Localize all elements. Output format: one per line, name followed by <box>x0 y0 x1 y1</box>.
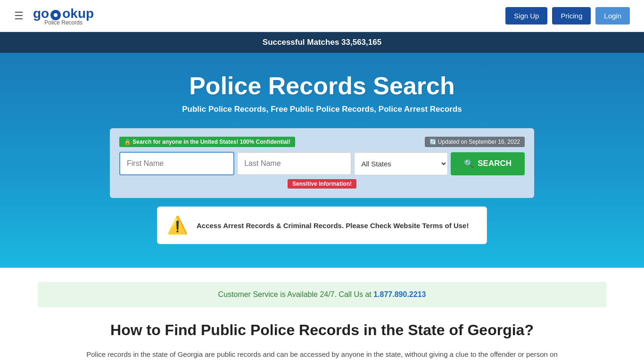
search-container: 🔒 Search for anyone in the United States… <box>110 128 534 198</box>
warning-text: Access Arrest Records & Criminal Records… <box>197 222 469 230</box>
customer-service-bar: Customer Service is Available 24/7. Call… <box>38 282 606 307</box>
state-select[interactable]: All States Alabama Alaska Arizona Arkans… <box>354 152 448 175</box>
warning-triangle-icon: ⚠️ <box>167 215 188 235</box>
sensitive-label: Sensitive Information! <box>288 179 356 189</box>
updated-label: 🔄 Updated on September 16, 2022 <box>425 137 525 147</box>
signup-button[interactable]: Sign Up <box>505 7 547 25</box>
search-button-label: SEARCH <box>478 159 512 168</box>
header-right: Sign Up Pricing Login <box>505 7 630 25</box>
search-warning-row: Sensitive Information! <box>119 179 525 189</box>
search-inputs-row: All States Alabama Alaska Arizona Arkans… <box>119 152 525 175</box>
hero-title: Police Records Search <box>9 72 635 100</box>
logo: go okup Police Records <box>33 6 94 26</box>
last-name-input[interactable] <box>237 152 351 175</box>
warning-box: ⚠️ Access Arrest Records & Criminal Reco… <box>157 206 487 244</box>
logo-subtitle: Police Records <box>44 19 83 26</box>
login-button[interactable]: Login <box>595 7 630 25</box>
hero-subtitle: Public Police Records, Free Public Polic… <box>9 105 635 114</box>
matches-text: Successful Matches 33,563,165 <box>263 38 381 47</box>
hamburger-menu-icon[interactable]: ☰ <box>14 10 24 22</box>
cs-text: Customer Service is Available 24/7. Call… <box>218 290 374 298</box>
header: ☰ go okup Police Records Sign Up Pricing… <box>0 0 644 32</box>
confidential-label: 🔒 Search for anyone in the United States… <box>119 137 295 147</box>
cs-phone-link[interactable]: 1.877.890.2213 <box>373 290 426 298</box>
header-left: ☰ go okup Police Records <box>14 6 94 26</box>
hero-section: Police Records Search Public Police Reco… <box>0 53 644 268</box>
search-icon: 🔍 <box>464 159 474 169</box>
first-name-input[interactable] <box>119 152 234 175</box>
logo-circle-icon <box>50 10 61 20</box>
article-title: How to Find Public Police Records in the… <box>82 321 562 339</box>
article-body: Police records in the state of Georgia a… <box>82 348 562 362</box>
matches-banner: Successful Matches 33,563,165 <box>0 32 644 53</box>
pricing-button[interactable]: Pricing <box>552 7 591 25</box>
article-section: How to Find Public Police Records in the… <box>63 321 581 362</box>
search-labels-row: 🔒 Search for anyone in the United States… <box>119 137 525 147</box>
search-button[interactable]: 🔍 SEARCH <box>451 152 525 175</box>
